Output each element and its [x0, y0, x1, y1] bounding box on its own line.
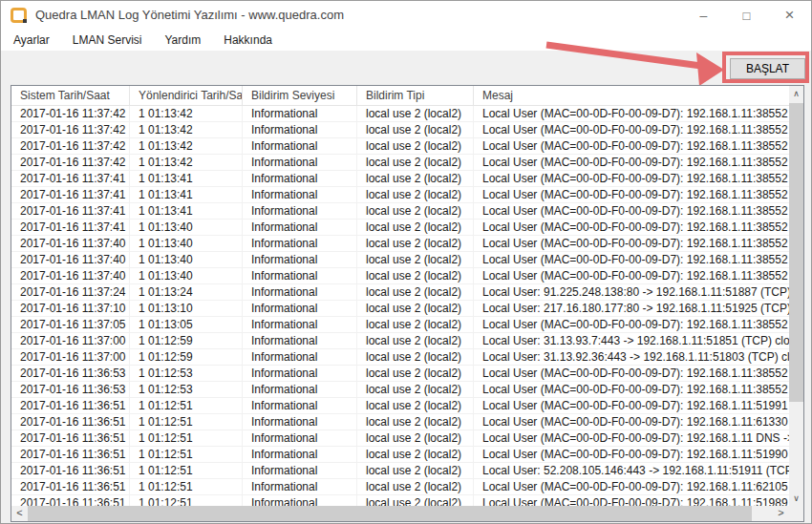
column-header-severity[interactable]: Bildirim Seviyesi: [243, 86, 357, 105]
log-row[interactable]: 2017-01-16 11:36:51 1 01:12:51 Informati…: [11, 479, 789, 495]
column-header-system-time[interactable]: Sistem Tarih/Saat: [11, 86, 130, 105]
log-row[interactable]: 2017-01-16 11:37:24 1 01:13:24 Informati…: [11, 284, 789, 301]
log-row[interactable]: 2017-01-16 11:36:51 1 01:12:51 Informati…: [11, 414, 789, 430]
log-row[interactable]: 2017-01-16 11:36:51 1 01:12:51 Informati…: [11, 398, 789, 414]
cell-router-time: 1 01:13:41: [130, 171, 243, 186]
horizontal-scrollbar-thumb[interactable]: [28, 506, 752, 521]
cell-system-time: 2017-01-16 11:36:51: [11, 398, 130, 413]
cell-severity: Informational: [243, 268, 357, 283]
cell-facility: local use 2 (local2): [357, 317, 474, 332]
cell-message: Local User: 91.225.248.138:80 -> 192.168…: [474, 284, 789, 300]
cell-facility: local use 2 (local2): [357, 301, 474, 316]
log-row[interactable]: 2017-01-16 11:37:10 1 01:13:10 Informati…: [11, 301, 789, 317]
log-row[interactable]: 2017-01-16 11:36:53 1 01:12:53 Informati…: [11, 382, 789, 398]
log-row[interactable]: 2017-01-16 11:37:41 1 01:13:40 Informati…: [11, 220, 789, 236]
cell-system-time: 2017-01-16 11:37:00: [11, 349, 130, 365]
cell-severity: Informational: [243, 414, 357, 430]
cell-facility: local use 2 (local2): [357, 430, 474, 446]
log-table-body: 2017-01-16 11:37:42 1 01:13:42 Informati…: [11, 106, 789, 506]
maximize-button[interactable]: □: [725, 1, 768, 30]
menu-item-lman-servisi[interactable]: LMAN Servisi: [63, 30, 152, 51]
scroll-down-icon[interactable]: ∨: [789, 491, 803, 506]
cell-router-time: 1 01:12:59: [130, 333, 243, 348]
window-controls: – □ ×: [682, 1, 811, 30]
cell-router-time: 1 01:13:40: [130, 252, 243, 267]
log-row[interactable]: 2017-01-16 11:37:00 1 01:12:59 Informati…: [11, 333, 789, 349]
menu-item-yardim[interactable]: Yardım: [155, 30, 210, 51]
log-row[interactable]: 2017-01-16 11:37:42 1 01:13:42 Informati…: [11, 122, 789, 138]
cell-router-time: 1 01:12:51: [130, 463, 243, 478]
minimize-button[interactable]: –: [682, 1, 725, 30]
menu-item-ayarlar[interactable]: Ayarlar: [4, 30, 59, 51]
log-row[interactable]: 2017-01-16 11:37:41 1 01:13:41 Informati…: [11, 171, 789, 187]
log-row[interactable]: 2017-01-16 11:36:51 1 01:12:51 Informati…: [11, 495, 789, 506]
cell-system-time: 2017-01-16 11:36:51: [11, 495, 130, 506]
log-row[interactable]: 2017-01-16 11:36:53 1 01:12:53 Informati…: [11, 366, 789, 382]
menu-bar: Ayarlar LMAN Servisi Yardım Hakkında: [1, 30, 811, 51]
cell-router-time: 1 01:12:53: [130, 382, 243, 397]
scroll-right-icon[interactable]: >: [773, 506, 789, 521]
cell-router-time: 1 01:13:24: [130, 284, 243, 300]
start-button[interactable]: BAŞLAT: [730, 58, 805, 79]
cell-router-time: 1 01:13:40: [130, 268, 243, 283]
close-button[interactable]: ×: [768, 1, 811, 30]
cell-message: Local User (MAC=00-0D-F0-00-09-D7): 192.…: [474, 187, 789, 202]
cell-system-time: 2017-01-16 11:36:53: [11, 382, 130, 397]
cell-message: Local User (MAC=00-0D-F0-00-09-D7): 192.…: [474, 155, 789, 170]
cell-message: Local User (MAC=00-0D-F0-00-09-D7): 192.…: [474, 203, 789, 219]
cell-system-time: 2017-01-16 11:36:51: [11, 479, 130, 494]
cell-message: Local User (MAC=00-0D-F0-00-09-D7): 192.…: [474, 268, 789, 283]
horizontal-scrollbar[interactable]: < >: [11, 506, 789, 521]
log-row[interactable]: 2017-01-16 11:36:51 1 01:12:51 Informati…: [11, 430, 789, 447]
cell-system-time: 2017-01-16 11:36:53: [11, 366, 130, 381]
cell-severity: Informational: [243, 398, 357, 413]
log-row[interactable]: 2017-01-16 11:37:00 1 01:12:59 Informati…: [11, 349, 789, 366]
log-row[interactable]: 2017-01-16 11:37:40 1 01:13:40 Informati…: [11, 268, 789, 284]
log-row[interactable]: 2017-01-16 11:37:42 1 01:13:42 Informati…: [11, 106, 789, 122]
log-row[interactable]: 2017-01-16 11:37:41 1 01:13:41 Informati…: [11, 203, 789, 220]
cell-system-time: 2017-01-16 11:37:10: [11, 301, 130, 316]
cell-message: Local User: 31.13.93.7:443 -> 192.168.1.…: [474, 333, 789, 348]
cell-severity: Informational: [243, 382, 357, 397]
scroll-up-icon[interactable]: ∧: [789, 86, 803, 101]
cell-message: Local User (MAC=00-0D-F0-00-09-D7): 192.…: [474, 122, 789, 137]
cell-severity: Informational: [243, 187, 357, 202]
cell-facility: local use 2 (local2): [357, 349, 474, 365]
log-row[interactable]: 2017-01-16 11:37:40 1 01:13:40 Informati…: [11, 252, 789, 268]
column-header-router-time[interactable]: Yönlendirici Tarih/Saat: [130, 86, 243, 105]
vertical-scrollbar[interactable]: ∧ ∨: [789, 86, 803, 506]
cell-message: Local User (MAC=00-0D-F0-00-09-D7): 192.…: [474, 236, 789, 251]
cell-message: Local User (MAC=00-0D-F0-00-09-D7): 192.…: [474, 252, 789, 267]
maximize-icon: □: [743, 9, 751, 23]
cell-router-time: 1 01:12:51: [130, 447, 243, 462]
annotation-highlight-box: BAŞLAT: [722, 52, 809, 83]
cell-system-time: 2017-01-16 11:37:05: [11, 317, 130, 332]
log-row[interactable]: 2017-01-16 11:37:42 1 01:13:42 Informati…: [11, 155, 789, 171]
log-row[interactable]: 2017-01-16 11:37:41 1 01:13:41 Informati…: [11, 187, 789, 203]
column-header-facility[interactable]: Bildirim Tipi: [357, 86, 474, 105]
cell-system-time: 2017-01-16 11:37:41: [11, 220, 130, 235]
vertical-scrollbar-thumb[interactable]: [789, 103, 803, 402]
cell-system-time: 2017-01-16 11:36:51: [11, 447, 130, 462]
cell-facility: local use 2 (local2): [357, 203, 474, 219]
cell-router-time: 1 01:13:41: [130, 203, 243, 219]
cell-router-time: 1 01:13:10: [130, 301, 243, 316]
scroll-left-icon[interactable]: <: [11, 506, 28, 521]
cell-severity: Informational: [243, 122, 357, 137]
menu-item-hakkinda[interactable]: Hakkında: [214, 30, 282, 51]
log-table: Sistem Tarih/Saat Yönlendirici Tarih/Saa…: [11, 85, 804, 522]
cell-router-time: 1 01:12:51: [130, 479, 243, 494]
cell-facility: local use 2 (local2): [357, 479, 474, 494]
cell-system-time: 2017-01-16 11:37:40: [11, 236, 130, 251]
cell-severity: Informational: [243, 463, 357, 478]
log-row[interactable]: 2017-01-16 11:36:51 1 01:12:51 Informati…: [11, 463, 789, 479]
log-row[interactable]: 2017-01-16 11:37:42 1 01:13:42 Informati…: [11, 138, 789, 155]
scrollbar-corner: [789, 506, 803, 521]
cell-system-time: 2017-01-16 11:37:41: [11, 203, 130, 219]
log-row[interactable]: 2017-01-16 11:37:40 1 01:13:40 Informati…: [11, 236, 789, 252]
column-header-message[interactable]: Mesaj: [474, 86, 789, 105]
cell-system-time: 2017-01-16 11:37:42: [11, 106, 130, 121]
log-row[interactable]: 2017-01-16 11:36:51 1 01:12:51 Informati…: [11, 447, 789, 463]
cell-router-time: 1 01:13:42: [130, 138, 243, 154]
log-row[interactable]: 2017-01-16 11:37:05 1 01:13:05 Informati…: [11, 317, 789, 333]
